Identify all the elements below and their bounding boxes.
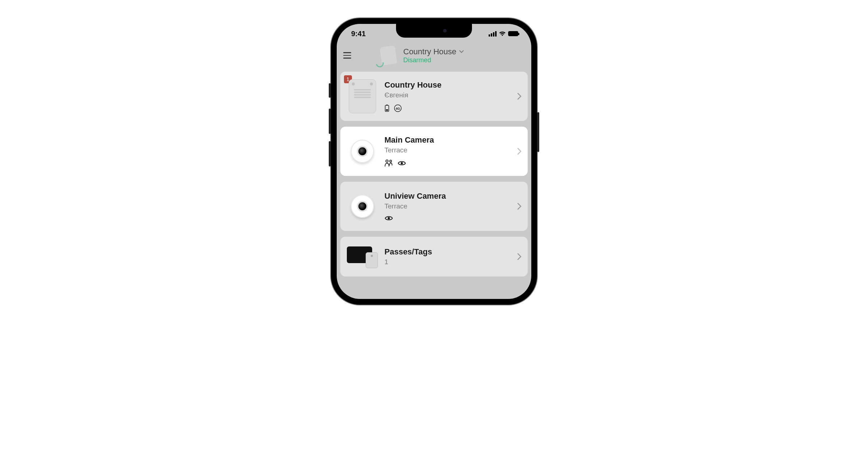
chevron-right-icon xyxy=(517,92,522,101)
phone-volume-down xyxy=(329,141,331,166)
device-title: Country House xyxy=(384,80,511,90)
phone-volume-up xyxy=(329,109,331,134)
chevron-right-icon xyxy=(517,147,522,156)
hub-selector-thumb[interactable] xyxy=(378,45,399,66)
svg-point-7 xyxy=(401,162,403,164)
chevron-right-icon xyxy=(517,252,522,261)
svg-point-5 xyxy=(386,160,388,162)
phone-frame: 9:41 Country House xyxy=(331,18,537,305)
front-camera-icon xyxy=(443,29,447,33)
pass-device-icon xyxy=(347,246,378,267)
chevron-down-icon xyxy=(459,49,464,55)
device-subtitle: Євгенія xyxy=(384,91,511,99)
device-subtitle: Terrace xyxy=(384,202,511,210)
eye-icon xyxy=(384,215,393,221)
device-subtitle: Terrace xyxy=(384,146,511,154)
device-row-passes[interactable]: Passes/Tags 1 xyxy=(340,237,528,276)
svg-point-6 xyxy=(390,160,391,162)
status-time: 9:41 xyxy=(351,30,366,38)
device-row-main-camera[interactable]: Main Camera Terrace xyxy=(340,127,528,176)
svg-text:4G: 4G xyxy=(396,107,400,110)
device-title: Passes/Tags xyxy=(384,247,511,257)
battery-icon xyxy=(508,31,518,36)
hub-device-icon xyxy=(349,79,376,113)
device-subtitle: 1 xyxy=(384,258,511,266)
device-title: Uniview Camera xyxy=(384,191,511,201)
wifi-icon xyxy=(499,31,506,37)
device-thumbnail xyxy=(346,244,379,269)
phone-mute-switch xyxy=(329,83,331,98)
phone-power-button xyxy=(537,112,539,152)
chevron-right-icon xyxy=(517,202,522,211)
4g-icon: 4G xyxy=(394,104,402,112)
notch xyxy=(396,24,472,38)
eye-icon xyxy=(397,160,406,166)
camera-device-icon xyxy=(351,195,374,218)
hub-title: Country House xyxy=(403,47,456,56)
svg-point-8 xyxy=(388,217,390,219)
hub-status: Disarmed xyxy=(403,56,464,64)
device-title: Main Camera xyxy=(384,135,511,145)
device-row-hub[interactable]: 1 Country House Євгенія 4G xyxy=(340,72,528,121)
app-header: Country House Disarmed xyxy=(337,43,531,72)
menu-button[interactable] xyxy=(342,50,352,61)
battery-icon xyxy=(384,104,390,112)
person-icon xyxy=(384,159,393,167)
device-list: 1 Country House Євгенія 4G xyxy=(337,72,531,276)
svg-rect-2 xyxy=(386,109,388,111)
svg-rect-1 xyxy=(386,105,388,106)
device-thumbnail xyxy=(346,78,379,114)
device-row-uniview-camera[interactable]: Uniview Camera Terrace xyxy=(340,182,528,231)
screen: 9:41 Country House xyxy=(337,24,531,299)
hub-selector[interactable]: Country House xyxy=(403,47,464,56)
device-thumbnail xyxy=(346,133,379,169)
camera-device-icon xyxy=(351,140,374,163)
status-indicators xyxy=(489,31,518,37)
cellular-signal-icon xyxy=(489,31,497,37)
device-thumbnail xyxy=(346,188,379,224)
